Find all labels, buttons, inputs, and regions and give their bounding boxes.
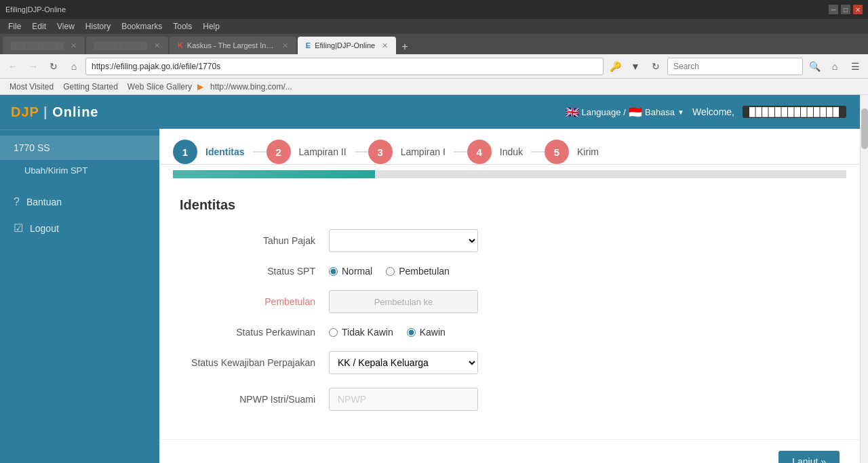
logo-online: Online [52, 104, 98, 119]
refresh-icon[interactable]: ↻ [647, 58, 665, 75]
forward-button[interactable]: → [24, 58, 42, 75]
menu-icon-btn[interactable]: ☰ [846, 58, 864, 75]
step-4[interactable]: 4 Induk [467, 140, 531, 164]
bing-icon: ▶ [197, 82, 203, 92]
home-icon-btn[interactable]: ⌂ [826, 58, 844, 75]
step-2-circle: 2 [267, 140, 291, 164]
radio-pembetulan-label: Pembetulan [399, 266, 450, 277]
form-footer: Lanjut » [159, 439, 860, 463]
next-button[interactable]: Lanjut » [778, 451, 840, 463]
npwp-label: NPWP Istri/Suami [180, 394, 329, 405]
welcome-text: Welcome, [692, 106, 734, 117]
scrollbar[interactable] [860, 95, 868, 463]
minimize-button[interactable]: ─ [829, 5, 838, 14]
home-button[interactable]: ⌂ [65, 58, 83, 75]
step-4-label: Induk [492, 146, 531, 157]
radio-pembetulan-input[interactable] [386, 267, 395, 276]
maximize-button[interactable]: □ [841, 5, 850, 14]
sidebar-item-ubah-kirim-label: Ubah/Kirim SPT [24, 165, 87, 176]
radio-tidak-kawin[interactable]: Tidak Kawin [329, 327, 393, 338]
radio-tidak-kawin-input[interactable] [329, 328, 338, 337]
radio-normal-input[interactable] [329, 267, 338, 276]
bookmark-bing[interactable]: http://www.bing.com/... [206, 81, 296, 93]
menu-history[interactable]: History [80, 20, 116, 33]
status-kewajiban-select[interactable]: KK / Kepala Keluarga HB / Hidup Berpisah… [329, 351, 478, 374]
title-bar-left: Efiling|DJP-Online [5, 5, 66, 14]
npwp-row: NPWP Istri/Suami NPWP [180, 388, 840, 411]
app-layout: DJP | Online 1770 SS Ubah/Kirim SPT ? Ba… [0, 95, 868, 463]
step-2[interactable]: 2 Lampiran II [267, 140, 355, 164]
step-1-label: Identitas [197, 146, 253, 157]
tahun-pajak-select[interactable]: 2014 2013 [329, 229, 478, 252]
status-perkawinan-label: Status Perkawinan [180, 327, 329, 338]
radio-normal-label: Normal [342, 266, 372, 277]
tab-2-close[interactable]: ✕ [154, 41, 160, 50]
tab-1[interactable]: ░░░░░░░░░░ ✕ [3, 37, 85, 54]
tab-kaskus-label: Kaskus - The Largest Indon... [187, 41, 275, 49]
tab-kaskus[interactable]: K Kaskus - The Largest Indon... ✕ [170, 37, 296, 54]
main-content: 🇬🇧 Language / 🇮🇩 Bahasa ▼ Welcome, █████… [159, 95, 860, 463]
tab-1-close[interactable]: ✕ [71, 41, 77, 50]
search-bar[interactable] [667, 58, 803, 75]
page-title-text: Efiling|DJP-Online [5, 5, 66, 14]
status-spt-row: Status SPT Normal Pembetulan [180, 266, 840, 277]
efiling-favicon: E [306, 41, 311, 49]
sidebar-item-bantuan[interactable]: ? Bantuan [0, 189, 159, 215]
menu-tools[interactable]: Tools [167, 20, 197, 33]
radio-pembetulan[interactable]: Pembetulan [386, 266, 450, 277]
status-spt-field: Normal Pembetulan [329, 266, 532, 277]
close-button[interactable]: ✕ [853, 5, 863, 14]
status-perkawinan-field: Tidak Kawin Kawin [329, 327, 532, 338]
tab-efiling[interactable]: E Efiling|DJP-Online ✕ [298, 37, 396, 54]
bookmark-web-slice[interactable]: Web Slice Gallery [123, 81, 196, 93]
tab-efiling-close[interactable]: ✕ [382, 41, 388, 50]
step-4-circle: 4 [467, 140, 492, 164]
menu-help[interactable]: Help [197, 20, 225, 33]
step-5[interactable]: 5 Kirim [545, 140, 607, 164]
step-2-label: Lampiran II [291, 146, 355, 157]
menu-bookmarks[interactable]: Bookmarks [116, 20, 167, 33]
search-button[interactable]: 🔍 [806, 58, 823, 75]
step-2-number: 2 [275, 146, 281, 158]
header-right: 🇬🇧 Language / 🇮🇩 Bahasa ▼ Welcome, █████… [566, 106, 846, 119]
address-bar[interactable] [85, 58, 604, 75]
new-tab-button[interactable]: + [397, 41, 412, 53]
sidebar-item-logout[interactable]: ☑ Logout [0, 215, 159, 241]
step-1[interactable]: 1 Identitas [173, 140, 253, 164]
sidebar-logo: DJP | Online [0, 95, 159, 130]
menu-edit[interactable]: Edit [26, 20, 52, 33]
form-title: Identitas [180, 197, 840, 213]
pembetulan-button-label: Pembetulan ke [338, 297, 469, 307]
radio-normal[interactable]: Normal [329, 266, 372, 277]
steps: 1 Identitas 2 Lampiran II 3 Lampiran [173, 140, 846, 164]
form-container: Identitas Tahun Pajak 2014 2013 Status S… [159, 184, 860, 439]
step-3-circle: 3 [368, 140, 393, 164]
dropdown-icon[interactable]: ▼ [627, 58, 644, 75]
menu-view[interactable]: View [52, 20, 80, 33]
scrollbar-thumb[interactable] [861, 108, 868, 149]
sidebar-item-1770ss[interactable]: 1770 SS [0, 136, 159, 160]
tab-efiling-label: Efiling|DJP-Online [315, 41, 375, 49]
sidebar-item-ubah-kirim[interactable]: Ubah/Kirim SPT [0, 160, 159, 181]
tahun-pajak-label: Tahun Pajak [180, 235, 329, 246]
menu-file[interactable]: File [3, 20, 26, 33]
tabs-bar: ░░░░░░░░░░ ✕ ░░░░░░░░░░ ✕ K Kaskus - The… [0, 34, 868, 54]
step-3[interactable]: 3 Lampiran I [368, 140, 454, 164]
step-1-number: 1 [182, 146, 188, 158]
tab-2[interactable]: ░░░░░░░░░░ ✕ [86, 37, 168, 54]
bookmark-getting-started[interactable]: Getting Started [59, 81, 122, 93]
status-kewajiban-field: KK / Kepala Keluarga HB / Hidup Berpisah… [329, 351, 532, 374]
step-1-circle: 1 [173, 140, 197, 164]
reload-button[interactable]: ↻ [45, 58, 62, 75]
radio-kawin-input[interactable] [407, 328, 416, 337]
sidebar: DJP | Online 1770 SS Ubah/Kirim SPT ? Ba… [0, 95, 159, 463]
step-5-circle: 5 [545, 140, 569, 164]
bookmark-most-visited[interactable]: Most Visited [5, 81, 58, 93]
tab-kaskus-close[interactable]: ✕ [282, 41, 288, 50]
step-connector-3-4 [454, 151, 467, 153]
radio-kawin[interactable]: Kawin [407, 327, 446, 338]
language-switcher[interactable]: 🇬🇧 Language / 🇮🇩 Bahasa ▼ [566, 106, 684, 119]
back-button[interactable]: ← [4, 58, 22, 75]
pembetulan-input: Pembetulan ke [329, 290, 478, 313]
status-spt-label: Status SPT [180, 266, 329, 277]
